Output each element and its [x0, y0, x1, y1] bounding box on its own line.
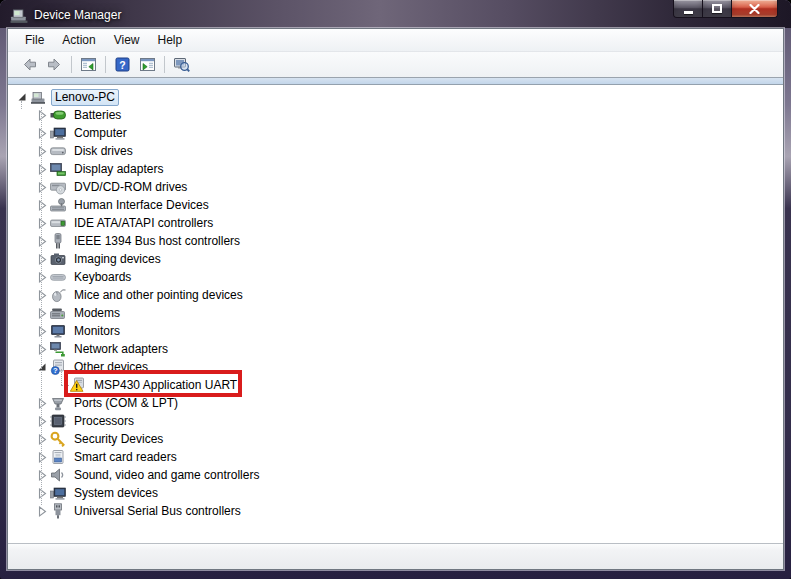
tree-item-label[interactable]: IEEE 1394 Bus host controllers: [71, 234, 243, 249]
expander-collapsed-icon[interactable]: [36, 270, 48, 284]
tree-item-ports-com-lpt[interactable]: Ports (COM & LPT): [8, 394, 783, 412]
expander-expanded-icon[interactable]: [16, 90, 28, 104]
expander-collapsed-icon[interactable]: [36, 468, 48, 482]
minimize-button[interactable]: [673, 0, 703, 18]
tree-item-label[interactable]: MSP430 Application UART: [91, 378, 240, 393]
tree-item-label[interactable]: Computer: [71, 126, 130, 141]
imaging-icon: [50, 251, 66, 267]
expander-collapsed-icon[interactable]: [36, 396, 48, 410]
tree-item-label[interactable]: System devices: [71, 486, 161, 501]
expander-collapsed-icon[interactable]: [36, 288, 48, 302]
tree-item-universal-serial-bus-controllers[interactable]: Universal Serial Bus controllers: [8, 502, 783, 520]
tree-item-batteries[interactable]: Batteries: [8, 106, 783, 124]
expander-collapsed-icon[interactable]: [36, 306, 48, 320]
tree-item-keyboards[interactable]: Keyboards: [8, 268, 783, 286]
tree-item-system-devices[interactable]: System devices: [8, 484, 783, 502]
tree-item-label[interactable]: Monitors: [71, 324, 123, 339]
menu-help[interactable]: Help: [149, 30, 192, 50]
tree-item-label[interactable]: Display adapters: [71, 162, 166, 177]
expander-collapsed-icon[interactable]: [36, 504, 48, 518]
expander-collapsed-icon[interactable]: [36, 216, 48, 230]
tree-item-label[interactable]: Other devices: [71, 360, 151, 375]
tree-item-msp430-application-uart[interactable]: MSP430 Application UART: [8, 376, 783, 394]
tree-connector-line: [61, 385, 69, 386]
tree-item-computer[interactable]: Computer: [8, 124, 783, 142]
expander-collapsed-icon[interactable]: [36, 432, 48, 446]
show-console-tree-button[interactable]: [76, 54, 101, 76]
tree-item-processors[interactable]: Processors: [8, 412, 783, 430]
tree-item-smart-card-readers[interactable]: Smart card readers: [8, 448, 783, 466]
forward-button[interactable]: [42, 54, 67, 76]
expander-collapsed-icon[interactable]: [36, 324, 48, 338]
disk-icon: [50, 143, 66, 159]
action-pane-button[interactable]: [135, 54, 160, 76]
tree-item-display-adapters[interactable]: Display adapters: [8, 160, 783, 178]
svg-text:?: ?: [53, 366, 58, 375]
tree-item-label[interactable]: Network adapters: [71, 342, 171, 357]
tree-item-label[interactable]: Lenovo-PC: [51, 89, 119, 106]
device-tree[interactable]: Lenovo-PCBatteriesComputerDisk drivesDis…: [8, 85, 783, 543]
maximize-button[interactable]: [703, 0, 732, 18]
expander-collapsed-icon[interactable]: [36, 252, 48, 266]
tree-item-label[interactable]: DVD/CD-ROM drives: [71, 180, 190, 195]
tree-item-lenovo-pc[interactable]: Lenovo-PC: [8, 88, 783, 106]
expander-collapsed-icon[interactable]: [36, 450, 48, 464]
expander-collapsed-icon[interactable]: [36, 162, 48, 176]
close-button[interactable]: [732, 0, 778, 18]
ide-icon: [50, 215, 66, 231]
titlebar[interactable]: Device Manager: [0, 0, 791, 28]
tree-item-monitors[interactable]: Monitors: [8, 322, 783, 340]
toolbar-separator: [71, 56, 72, 73]
tree-item-label[interactable]: Mice and other pointing devices: [71, 288, 246, 303]
tree-item-ieee-1394-bus-host-controllers[interactable]: IEEE 1394 Bus host controllers: [8, 232, 783, 250]
tree-item-dvd-cd-rom-drives[interactable]: DVD/CD-ROM drives: [8, 178, 783, 196]
expander-collapsed-icon[interactable]: [36, 144, 48, 158]
tree-item-label[interactable]: Human Interface Devices: [71, 198, 212, 213]
tree-item-label[interactable]: IDE ATA/ATAPI controllers: [71, 216, 216, 231]
tree-item-label[interactable]: Security Devices: [71, 432, 166, 447]
menu-bar: FileActionViewHelp: [8, 29, 783, 52]
expander-collapsed-icon[interactable]: [36, 342, 48, 356]
tree-item-label[interactable]: Modems: [71, 306, 123, 321]
expander-collapsed-icon[interactable]: [36, 486, 48, 500]
menu-file[interactable]: File: [16, 30, 53, 50]
tree-item-label[interactable]: Disk drives: [71, 144, 136, 159]
expander-collapsed-icon[interactable]: [36, 126, 48, 140]
expander-expanded-icon[interactable]: [36, 360, 48, 374]
window-controls: [673, 0, 778, 18]
tree-item-label[interactable]: Keyboards: [71, 270, 134, 285]
tree-item-other-devices[interactable]: ?Other devices: [8, 358, 783, 376]
tree-item-mice-and-other-pointing-devices[interactable]: Mice and other pointing devices: [8, 286, 783, 304]
tree-item-sound-video-and-game-controllers[interactable]: Sound, video and game controllers: [8, 466, 783, 484]
tree-item-security-devices[interactable]: Security Devices: [8, 430, 783, 448]
tree-item-disk-drives[interactable]: Disk drives: [8, 142, 783, 160]
expander-collapsed-icon[interactable]: [36, 108, 48, 122]
tree-item-network-adapters[interactable]: Network adapters: [8, 340, 783, 358]
tree-item-label[interactable]: Batteries: [71, 108, 124, 123]
menu-action[interactable]: Action: [53, 30, 104, 50]
expander-collapsed-icon[interactable]: [36, 414, 48, 428]
tree-connector-line: [41, 107, 42, 505]
tree-item-label[interactable]: Imaging devices: [71, 252, 164, 267]
tree-item-modems[interactable]: Modems: [8, 304, 783, 322]
menu-view[interactable]: View: [105, 30, 149, 50]
tree-item-human-interface-devices[interactable]: Human Interface Devices: [8, 196, 783, 214]
scan-hardware-changes-button[interactable]: [169, 54, 194, 76]
tree-item-label[interactable]: Sound, video and game controllers: [71, 468, 262, 483]
tree-item-label[interactable]: Universal Serial Bus controllers: [71, 504, 244, 519]
ports-icon: [50, 395, 66, 411]
tree-connector-line: [61, 369, 62, 385]
tree-item-label[interactable]: Smart card readers: [71, 450, 180, 465]
help-button[interactable]: ?: [110, 54, 135, 76]
tree-item-label[interactable]: Processors: [71, 414, 137, 429]
expander-collapsed-icon[interactable]: [36, 198, 48, 212]
tree-item-imaging-devices[interactable]: Imaging devices: [8, 250, 783, 268]
expander-collapsed-icon[interactable]: [36, 180, 48, 194]
tree-item-ide-ata-atapi-controllers[interactable]: IDE ATA/ATAPI controllers: [8, 214, 783, 232]
console-icon: [80, 56, 97, 73]
sound-icon: [50, 467, 66, 483]
tree-item-label[interactable]: Ports (COM & LPT): [71, 396, 181, 411]
system-icon: [50, 485, 66, 501]
expander-collapsed-icon[interactable]: [36, 234, 48, 248]
back-button[interactable]: [17, 54, 42, 76]
